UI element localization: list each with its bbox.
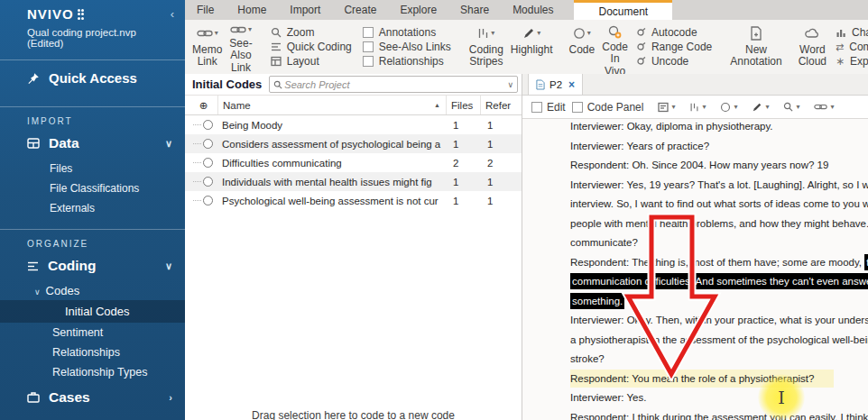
chevron-down-icon[interactable]: ∨ xyxy=(165,138,172,150)
code-label: Code xyxy=(569,44,596,56)
code-in-vivo-button[interactable]: Code In Vivo xyxy=(598,20,632,74)
tab-share[interactable]: Share xyxy=(448,0,501,20)
sidebar-item-externals[interactable]: Externals xyxy=(0,198,185,218)
see-also-link-tool[interactable]: ▾ xyxy=(814,103,834,111)
zoom-button[interactable]: Zoom xyxy=(271,25,352,40)
link-icon xyxy=(197,29,213,38)
sidebar-item-data[interactable]: Data ∨ xyxy=(0,128,185,159)
ribbon-tab-strip: File Home Import Create Explore Share Mo… xyxy=(185,0,868,20)
magnifier-icon xyxy=(271,27,282,38)
word-cloud-button[interactable]: Word Cloud xyxy=(795,20,830,74)
tab-home[interactable]: Home xyxy=(226,0,278,20)
new-annotation-button[interactable]: New Annotation xyxy=(726,20,785,74)
caret-down-icon: ▾ xyxy=(537,30,540,38)
code-row[interactable]: Considers assessment of psychological be… xyxy=(185,134,522,153)
caret-down-icon: ▾ xyxy=(587,30,591,38)
sidebar-item-coding[interactable]: Coding ∨ xyxy=(0,251,185,281)
autocode-label: Autocode xyxy=(651,26,697,39)
relationships-label: Relationships xyxy=(379,55,444,68)
tab-p2[interactable]: P2 × xyxy=(528,74,583,95)
sidebar-item-notes[interactable]: Notes › xyxy=(0,413,185,420)
annotation-tool[interactable]: ▾ xyxy=(658,102,675,113)
explore-diagram-button[interactable]: ∗ Explore Dia xyxy=(836,54,868,68)
column-header-name[interactable]: Name▲ xyxy=(217,96,446,114)
autocode-button[interactable]: Autocode xyxy=(637,25,712,40)
see-also-links-checkbox[interactable] xyxy=(363,41,374,52)
sidebar-item-initial-codes[interactable]: Initial Codes xyxy=(0,300,185,323)
quick-coding-button[interactable]: Quick Coding xyxy=(271,40,352,54)
tab-modules[interactable]: Modules xyxy=(501,0,565,20)
quick-coding-icon xyxy=(271,41,282,52)
highlight-tool[interactable]: ▾ xyxy=(752,102,769,113)
doc-line: Respondent: You mean the role of a physi… xyxy=(570,370,868,389)
codes-panel: Initial Codes ∨ ⊕ Name▲ Files Refer Bein… xyxy=(185,74,522,420)
data-label: Data xyxy=(49,135,79,151)
edit-checkbox[interactable] xyxy=(531,102,542,113)
memo-link-button[interactable]: ▾ Memo Link xyxy=(189,20,226,74)
code-name: Considers assessment of psychological be… xyxy=(217,139,446,150)
code-tool[interactable]: ▾ xyxy=(720,102,737,113)
sidebar-item-sentiment[interactable]: Sentiment xyxy=(0,323,185,342)
chart-button[interactable]: Chart xyxy=(836,25,868,40)
select-all-target-icon[interactable]: ⊕ xyxy=(185,96,217,114)
magnifier-icon xyxy=(783,102,793,112)
sidebar-item-files[interactable]: Files xyxy=(0,159,185,178)
doc-line: stroke? xyxy=(570,350,868,370)
sidebar-item-file-classifications[interactable]: File Classifications xyxy=(0,178,185,198)
search-dropdown-icon[interactable]: ∨ xyxy=(507,80,513,89)
code-panel-checkbox[interactable] xyxy=(572,102,583,113)
coding-stripes-tool[interactable]: ▾ xyxy=(689,102,706,113)
tab-create[interactable]: Create xyxy=(332,0,388,20)
coding-stripes-icon xyxy=(689,102,699,113)
document-content[interactable]: Interviewer: Okay, diploma in physiother… xyxy=(570,117,868,420)
tab-file[interactable]: File xyxy=(185,0,226,20)
code-row[interactable]: Being Moody 1 1 xyxy=(185,115,522,134)
layout-button[interactable]: Layout xyxy=(271,54,352,68)
chevron-right-icon[interactable]: › xyxy=(169,392,172,403)
coding-icon xyxy=(27,260,39,272)
column-header-refer[interactable]: Refer xyxy=(480,96,522,114)
sidebar-item-relationships[interactable]: Relationships xyxy=(0,342,185,362)
tab-import[interactable]: Import xyxy=(278,0,332,20)
column-header-files[interactable]: Files xyxy=(446,96,480,114)
tab-explore[interactable]: Explore xyxy=(388,0,448,20)
code-button[interactable]: ▾ Code xyxy=(566,20,599,74)
sidebar-collapse-button[interactable]: ‹ xyxy=(171,7,174,21)
annotations-checkbox[interactable] xyxy=(363,27,374,38)
project-name: Qual coding project.nvp (Edited) xyxy=(0,22,185,49)
yellow-highlight: Respondent: You mean the role of a physi… xyxy=(570,370,834,388)
annotation-icon xyxy=(658,102,669,113)
code-row[interactable]: Individuals with mental health issues mi… xyxy=(185,172,522,191)
relationships-checkbox[interactable] xyxy=(363,56,374,67)
memo-link-label: Memo Link xyxy=(192,44,222,68)
zoom-tool[interactable]: ▾ xyxy=(783,102,799,112)
files-count: 2 xyxy=(446,158,480,169)
sidebar-item-relationship-types[interactable]: Relationship Types xyxy=(0,362,185,382)
caret-down-icon: ▾ xyxy=(830,103,834,111)
sidebar-item-codes[interactable]: ∨Codes xyxy=(0,281,185,300)
search-input[interactable] xyxy=(282,78,507,91)
highlight-button[interactable]: ▾ Highlight xyxy=(507,20,557,74)
chevron-down-icon[interactable]: ∨ xyxy=(165,260,172,272)
sort-asc-icon: ▲ xyxy=(434,102,440,108)
compare-button[interactable]: ⇄ Compare W xyxy=(836,40,868,54)
sidebar-item-quick-access[interactable]: Quick Access xyxy=(0,60,185,96)
sidebar-item-cases[interactable]: Cases › xyxy=(0,382,185,413)
ribbon: ▾ Memo Link ▾ See-Also Link Zoom Quick C… xyxy=(185,20,868,75)
doc-line: a physiotherapist in the assessment of t… xyxy=(570,331,868,351)
cases-label: Cases xyxy=(49,389,90,406)
range-code-button[interactable]: Range Code xyxy=(637,40,712,54)
code-row[interactable]: Difficulties communicating 2 2 xyxy=(185,153,522,172)
search-box[interactable]: ∨ xyxy=(269,76,518,93)
see-also-link-button[interactable]: ▾ See-Also Link xyxy=(226,20,255,74)
caret-down-icon: ▾ xyxy=(215,30,218,38)
uncode-label: Uncode xyxy=(651,55,688,68)
codes-label: Codes xyxy=(46,284,80,297)
edit-label: Edit xyxy=(547,101,566,114)
uncode-button[interactable]: Uncode xyxy=(637,54,712,68)
see-also-link-label: See-Also Link xyxy=(229,38,252,74)
close-icon[interactable]: × xyxy=(568,78,575,91)
tab-document[interactable]: Document xyxy=(574,0,672,20)
code-row[interactable]: Psychological well-being assessment is n… xyxy=(185,191,522,210)
coding-stripes-button[interactable]: ▾ Coding Stripes xyxy=(466,20,507,74)
